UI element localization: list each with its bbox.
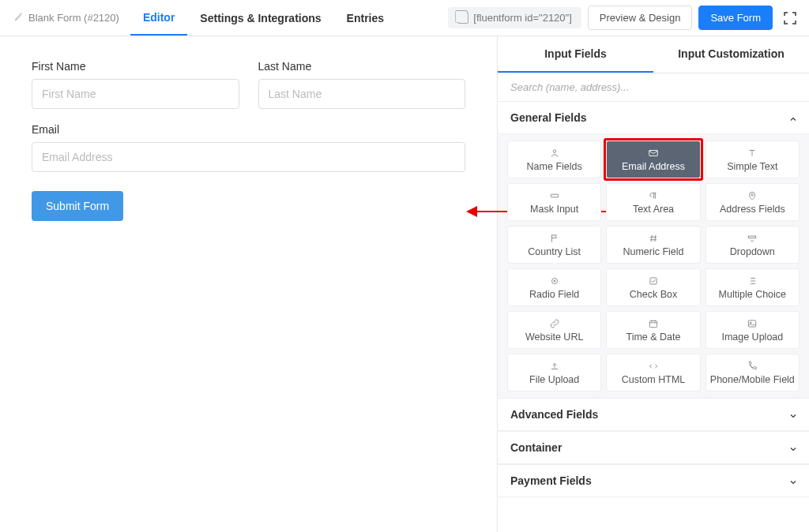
envelope-icon	[648, 148, 659, 159]
last-name-input[interactable]	[258, 79, 466, 109]
radio-icon	[549, 275, 560, 287]
panel-tab-customization[interactable]: Input Customization	[653, 36, 809, 73]
field-image-upload[interactable]: Image Upload	[706, 311, 800, 349]
field-name[interactable]: Name Fields	[507, 140, 601, 178]
section-label: Container	[510, 441, 562, 454]
highlight-ring	[604, 138, 702, 181]
field-simple-text[interactable]: Simple Text	[706, 140, 800, 178]
field-multiple-choice[interactable]: Multiple Choice	[706, 268, 800, 306]
form-name-text: Blank Form (#2120)	[28, 12, 119, 24]
field-date[interactable]: Time & Date	[606, 311, 700, 349]
svg-rect-4	[749, 236, 756, 238]
email-input[interactable]	[32, 142, 465, 172]
field-label: Time & Date	[626, 332, 680, 343]
link-icon	[549, 318, 560, 329]
section-payment-fields[interactable]: Payment Fields	[498, 464, 809, 497]
svg-rect-1	[649, 150, 658, 155]
field-label: Address Fields	[720, 204, 785, 215]
preview-button[interactable]: Preview & Design	[588, 6, 693, 30]
tab-settings[interactable]: Settings & Integrations	[187, 0, 333, 36]
tab-editor[interactable]: Editor	[130, 0, 187, 36]
copy-icon	[457, 13, 468, 24]
pin-icon	[747, 190, 758, 201]
field-country-list[interactable]: Country List	[507, 226, 601, 264]
field-label: Numeric Field	[623, 246, 683, 257]
chevron-down-icon	[788, 410, 796, 418]
field-label: Radio Field	[529, 289, 579, 300]
field-label: Multiple Choice	[719, 289, 786, 300]
field-label: Name Fields	[527, 161, 582, 172]
field-search-input[interactable]	[498, 73, 809, 101]
svg-point-3	[751, 193, 753, 195]
pencil-icon	[14, 12, 24, 24]
chevron-down-icon	[788, 477, 796, 485]
field-email[interactable]: Email Address	[606, 140, 700, 178]
paragraph-icon	[648, 190, 659, 201]
svg-rect-7	[650, 277, 657, 283]
section-label: Payment Fields	[510, 474, 592, 487]
field-checkbox[interactable]: Check Box	[606, 268, 700, 306]
shortcode-text: [fluentform id="2120"]	[473, 12, 572, 24]
field-address[interactable]: Address Fields	[706, 183, 800, 221]
upload-icon	[549, 361, 560, 372]
last-name-label: Last Name	[258, 60, 466, 73]
svg-rect-9	[749, 320, 756, 326]
form-name[interactable]: Blank Form (#2120)	[3, 0, 130, 36]
field-label: Simple Text	[727, 161, 777, 172]
mask-icon	[549, 190, 560, 201]
section-container[interactable]: Container	[498, 431, 809, 464]
field-file-upload[interactable]: File Upload	[507, 354, 601, 392]
field-numeric[interactable]: Numeric Field	[606, 226, 700, 264]
image-icon	[747, 318, 758, 329]
dropdown-icon	[747, 233, 758, 244]
fields-panel: Input Fields Input Customization General…	[497, 36, 809, 532]
person-icon	[549, 148, 560, 159]
checkbox-icon	[648, 275, 659, 287]
chevron-up-icon	[788, 114, 796, 122]
field-label: Mask Input	[530, 204, 578, 215]
section-general-fields[interactable]: General Fields	[498, 102, 809, 134]
shortcode-copy[interactable]: [fluentform id="2120"]	[448, 7, 581, 28]
list-icon	[747, 275, 758, 287]
field-label: Text Area	[633, 204, 674, 215]
text-icon	[747, 148, 758, 159]
submit-button[interactable]: Submit Form	[32, 191, 123, 221]
panel-tab-input-fields[interactable]: Input Fields	[498, 36, 653, 73]
code-icon	[648, 361, 659, 372]
field-label: Image Upload	[721, 332, 783, 343]
first-name-input[interactable]	[32, 79, 239, 109]
field-label: Country List	[528, 246, 581, 257]
field-dropdown[interactable]: Dropdown	[706, 226, 800, 264]
email-label: Email	[32, 123, 465, 136]
field-mask-input[interactable]: Mask Input	[507, 183, 601, 221]
svg-point-0	[553, 149, 556, 152]
field-label: Custom HTML	[622, 374, 686, 385]
field-label: Dropdown	[730, 246, 775, 257]
field-label: Website URL	[525, 332, 583, 343]
field-label: Email Address	[622, 161, 685, 172]
section-label: General Fields	[510, 111, 586, 124]
phone-icon	[747, 361, 758, 372]
section-label: Advanced Fields	[510, 408, 598, 421]
field-radio[interactable]: Radio Field	[507, 268, 601, 306]
svg-rect-2	[551, 194, 558, 197]
field-label: Check Box	[630, 289, 677, 300]
tab-entries[interactable]: Entries	[334, 0, 397, 36]
field-text-area[interactable]: Text Area	[606, 183, 700, 221]
field-phone[interactable]: Phone/Mobile Field	[706, 354, 800, 392]
fullscreen-icon[interactable]	[784, 12, 796, 24]
field-label: File Upload	[529, 374, 579, 385]
field-url[interactable]: Website URL	[507, 311, 601, 349]
save-button[interactable]: Save Form	[698, 6, 773, 30]
first-name-label: First Name	[32, 60, 239, 73]
chevron-down-icon	[788, 444, 796, 451]
field-label: Phone/Mobile Field	[710, 374, 795, 385]
section-advanced-fields[interactable]: Advanced Fields	[498, 398, 809, 431]
form-canvas: First Name Last Name Email Submit Form	[0, 36, 497, 532]
calendar-icon	[648, 318, 659, 329]
field-custom-html[interactable]: Custom HTML	[606, 354, 700, 392]
svg-rect-8	[649, 320, 657, 327]
svg-point-6	[553, 279, 555, 281]
hash-icon	[648, 233, 659, 244]
flag-icon	[549, 233, 560, 244]
